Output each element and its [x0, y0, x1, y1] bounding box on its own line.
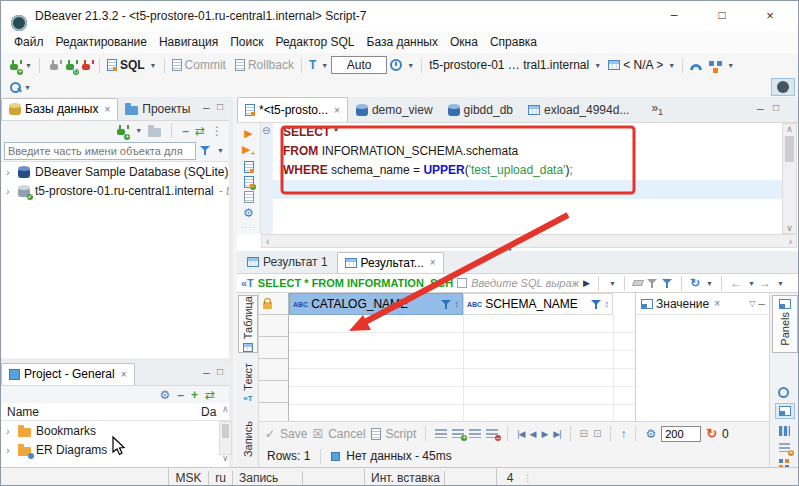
status-timezone[interactable]: MSK	[169, 471, 209, 485]
new-connection-icon[interactable]: +	[114, 124, 127, 137]
link-editor-icon[interactable]: ⇄	[205, 388, 215, 402]
filter-config-icon[interactable]	[200, 145, 211, 156]
column-filter-sort-icon[interactable]	[591, 299, 602, 310]
column-datasource[interactable]: Da	[201, 405, 216, 419]
add-row-icon[interactable]: +	[452, 429, 464, 438]
scrollbar-thumb[interactable]	[785, 136, 794, 162]
metadata-panel-icon[interactable]	[779, 423, 790, 437]
edit-row-icon[interactable]	[435, 429, 447, 438]
fold-collapse-icon[interactable]: ⊖	[262, 125, 270, 136]
sql-code-area[interactable]: SELECT * FROM INFORMATION_SCHEMA.schemat…	[273, 123, 782, 234]
export-data-icon[interactable]: ↑	[620, 427, 626, 441]
menu-window[interactable]: Окна	[445, 35, 483, 49]
chevron-right-icon[interactable]: ›	[6, 166, 13, 178]
connect-icon[interactable]	[47, 59, 60, 72]
close-icon[interactable]: ×	[121, 369, 127, 380]
topology-dropdown-icon[interactable]: ▼	[727, 62, 734, 69]
panel-maximize-icon[interactable]: □	[217, 101, 223, 112]
collapse-all-icon[interactable]: –	[182, 124, 189, 138]
result-grid[interactable]: ABC CATALOG_NAME ↕ ABC SCHEMA_NAME ↕	[259, 293, 635, 421]
commit-button[interactable]: Commit	[185, 58, 226, 72]
tab-script[interactable]: *<t5-prosto... ×	[237, 97, 348, 122]
gear-icon[interactable]: ⚙	[159, 388, 170, 402]
chevron-right-icon[interactable]: ›	[6, 444, 13, 456]
menu-navigation[interactable]: Навигация	[154, 35, 223, 49]
close-icon[interactable]: ×	[714, 298, 720, 309]
close-icon[interactable]: ×	[430, 257, 436, 268]
filters-icon[interactable]	[647, 278, 658, 289]
value-panel-minimize-icon[interactable]: –	[758, 297, 769, 311]
tab-result-1[interactable]: Результат 1	[240, 252, 335, 273]
filter-dropdown-icon[interactable]: ▼	[217, 147, 224, 154]
previous-row-icon[interactable]: ◀	[530, 429, 537, 439]
filter-history-dropdown-icon[interactable]: ▼	[609, 280, 616, 287]
maximize-button[interactable]: □	[699, 8, 745, 22]
value-panel-toggle-active[interactable]	[775, 403, 795, 419]
menu-file[interactable]: Файл	[9, 35, 49, 49]
tab-projects[interactable]: Проекты	[118, 98, 197, 120]
grouping-panel-icon[interactable]	[778, 385, 789, 399]
execute-script-icon[interactable]	[244, 161, 254, 173]
tab-exload[interactable]: exload_4994d...	[521, 99, 636, 121]
sql-editor-button[interactable]: SQL	[120, 58, 145, 72]
object-filter-input[interactable]	[4, 142, 196, 160]
execute-script-new-tab-icon[interactable]: +	[244, 176, 254, 188]
close-button[interactable]: ×	[747, 8, 793, 23]
close-icon[interactable]: ×	[104, 104, 110, 115]
menu-edit[interactable]: Редактирование	[51, 35, 152, 49]
sort-icon[interactable]: ↕	[455, 299, 460, 309]
tab-overflow-button[interactable]: »1	[651, 101, 663, 117]
search-icon[interactable]	[9, 81, 22, 94]
view-menu-icon[interactable]: ⋮	[211, 124, 223, 138]
schema-dropdown-icon[interactable]: ▼	[668, 62, 675, 69]
expand-all-icon[interactable]: +	[191, 388, 198, 402]
execute-statement-icon[interactable]: ▶	[244, 127, 252, 140]
link-editor-icon[interactable]: ⇄	[195, 124, 205, 138]
minimize-button[interactable]: –	[651, 8, 697, 22]
connection-dropdown-icon[interactable]: ▼	[594, 62, 601, 69]
reconnect-icon[interactable]: ↻	[63, 59, 76, 72]
scroll-up-icon[interactable]: ∧	[222, 404, 229, 414]
scroll-down-icon[interactable]: ∨	[222, 453, 229, 463]
status-language[interactable]: ru	[209, 471, 233, 485]
editor-maximize-icon[interactable]: □	[773, 102, 779, 113]
scroll-right-icon[interactable]: ›	[785, 236, 796, 247]
rollback-button[interactable]: Rollback	[248, 58, 294, 72]
clear-filter-icon[interactable]	[632, 280, 644, 286]
select-row-icon[interactable]: ⊡	[593, 428, 601, 439]
new-connection-dropdown-icon[interactable]: ▼	[25, 62, 32, 69]
scroll-down-icon[interactable]: ∨	[783, 223, 796, 233]
perspective-button[interactable]	[771, 78, 795, 96]
nav-forward-icon[interactable]: →	[759, 276, 771, 290]
transaction-log-icon[interactable]	[390, 59, 402, 71]
chevron-right-icon[interactable]: ›	[6, 185, 13, 197]
sql-editor-dropdown-icon[interactable]: ▼	[150, 62, 157, 69]
refresh-results-icon[interactable]: ↻	[690, 276, 700, 290]
tab-grid-presentation[interactable]: Таблица	[238, 295, 258, 353]
last-row-icon[interactable]: ▶|	[553, 429, 560, 439]
aggregate-panel-icon[interactable]: +	[779, 440, 790, 454]
transaction-log-dropdown-icon[interactable]: ▼	[407, 62, 414, 69]
scroll-left-icon[interactable]: ‹	[262, 236, 273, 247]
new-connection-icon[interactable]: +	[7, 59, 20, 72]
tree-item-t5-prostore[interactable]: › ✓ t5-prostore-01.ru-central1.internal …	[1, 181, 229, 200]
explain-plan-icon[interactable]	[244, 191, 254, 203]
more-actions-icon[interactable]: ····	[241, 223, 256, 232]
column-filter-sort-icon[interactable]	[441, 299, 452, 310]
schema-selector[interactable]: < N/A >	[623, 58, 663, 72]
first-row-icon[interactable]: |◀	[517, 429, 524, 439]
refresh-dropdown-icon[interactable]: ▼	[706, 280, 713, 287]
collapse-all-icon[interactable]: –	[177, 388, 184, 402]
tree-item-er-diagrams[interactable]: › ER Diagrams	[1, 440, 229, 459]
grid-rows-area[interactable]	[289, 315, 635, 421]
tab-text-presentation[interactable]: Текст «T	[238, 359, 258, 407]
chevron-right-icon[interactable]: ›	[6, 425, 13, 437]
save-button[interactable]: Save	[280, 427, 307, 441]
status-caret-position[interactable]: 4	[497, 471, 523, 485]
column-header-catalog-name[interactable]: ABC CATALOG_NAME ↕	[289, 293, 463, 315]
editor-minimize-icon[interactable]: –	[757, 102, 764, 116]
editor-vertical-scrollbar[interactable]: ∧ ∨	[782, 123, 797, 234]
dashboard-icon[interactable]	[690, 64, 702, 70]
column-name[interactable]: Name	[7, 405, 39, 419]
tab-databases[interactable]: Базы данных ×	[1, 98, 118, 120]
